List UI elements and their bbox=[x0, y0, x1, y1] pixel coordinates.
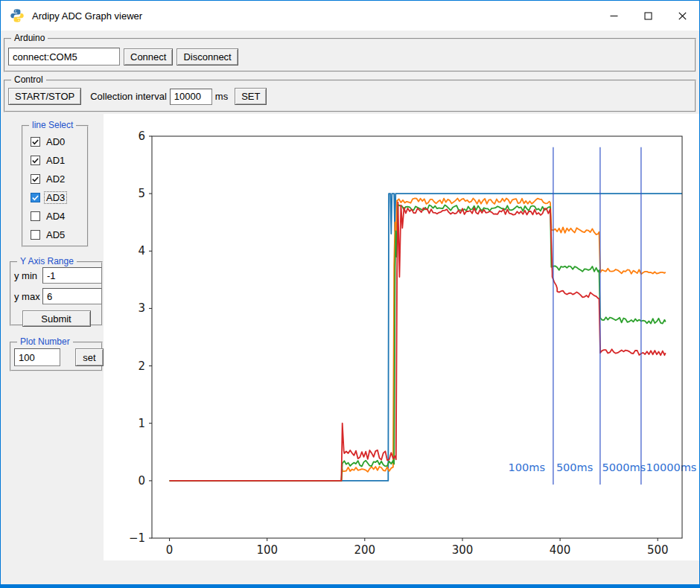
plot-number-frame-label: Plot Number bbox=[17, 336, 73, 347]
control-frame: Control START/STOP Collection interval m… bbox=[4, 80, 696, 112]
plot-number-frame: Plot Number set bbox=[10, 342, 103, 371]
close-icon bbox=[678, 12, 687, 20]
svg-text:500ms: 500ms bbox=[556, 461, 593, 473]
svg-text:500: 500 bbox=[647, 543, 669, 557]
minimize-button[interactable] bbox=[596, 1, 631, 31]
svg-text:5: 5 bbox=[138, 187, 145, 200]
svg-text:0: 0 bbox=[138, 474, 145, 488]
svg-text:10000ms: 10000ms bbox=[646, 461, 697, 473]
control-frame-label: Control bbox=[11, 74, 46, 85]
checkbox-AD3[interactable] bbox=[31, 193, 40, 202]
interval-unit-label: ms bbox=[215, 91, 228, 102]
svg-text:6: 6 bbox=[138, 130, 145, 143]
interval-set-button[interactable]: SET bbox=[235, 88, 267, 105]
checkbox-label-AD3: AD3 bbox=[45, 192, 66, 203]
adc-graph-canvas: 100ms500ms5000ms10000ms0100200300400500−… bbox=[104, 114, 699, 560]
svg-text:2: 2 bbox=[138, 359, 145, 373]
svg-text:100: 100 bbox=[256, 543, 278, 557]
connect-button[interactable]: Connect bbox=[124, 48, 173, 65]
svg-text:300: 300 bbox=[452, 543, 474, 557]
plot-number-set-button[interactable]: set bbox=[75, 348, 104, 366]
checkbox-row-AD0[interactable]: AD0 bbox=[31, 132, 87, 151]
y-axis-range-frame: Y Axis Range y min y max Submit bbox=[10, 261, 103, 326]
plot-figure: 100ms500ms5000ms10000ms0100200300400500−… bbox=[104, 114, 699, 560]
app-window: Ardipy ADC Graph viewer Arduino Connect … bbox=[0, 0, 700, 588]
svg-text:5000ms: 5000ms bbox=[602, 461, 646, 473]
line-select-frame-label: line Select bbox=[29, 120, 76, 130]
svg-text:100ms: 100ms bbox=[509, 461, 545, 473]
python-logo-icon bbox=[10, 8, 25, 23]
checkbox-AD5[interactable] bbox=[31, 230, 40, 240]
line-select-list: AD0AD1AD2AD3AD4AD5 bbox=[23, 127, 87, 244]
submit-button[interactable]: Submit bbox=[22, 310, 91, 327]
interval-input[interactable] bbox=[170, 89, 212, 105]
checkbox-AD2[interactable] bbox=[31, 174, 40, 184]
arduino-frame: Arduino Connect Disconnect bbox=[4, 38, 696, 72]
ymax-input[interactable] bbox=[42, 288, 102, 304]
plot-number-input[interactable] bbox=[14, 348, 60, 366]
close-button[interactable] bbox=[665, 1, 699, 31]
ymin-label: y min bbox=[14, 270, 40, 281]
titlebar: Ardipy ADC Graph viewer bbox=[1, 1, 699, 31]
checkbox-row-AD3[interactable]: AD3 bbox=[31, 188, 87, 207]
checkbox-AD1[interactable] bbox=[31, 156, 40, 165]
svg-text:200: 200 bbox=[354, 543, 375, 557]
checkbox-row-AD5[interactable]: AD5 bbox=[31, 226, 87, 244]
ymax-label: y max bbox=[14, 291, 40, 302]
maximize-icon bbox=[644, 12, 652, 20]
arduino-frame-label: Arduino bbox=[11, 33, 48, 43]
maximize-button[interactable] bbox=[631, 1, 665, 31]
svg-text:1: 1 bbox=[138, 417, 145, 430]
checkbox-label-AD5: AD5 bbox=[45, 229, 66, 240]
checkbox-AD0[interactable] bbox=[31, 137, 40, 147]
svg-text:4: 4 bbox=[138, 244, 145, 258]
checkbox-label-AD1: AD1 bbox=[45, 155, 66, 166]
start-stop-button[interactable]: START/STOP bbox=[8, 88, 81, 105]
interval-label: Collection interval bbox=[90, 91, 167, 102]
port-input[interactable] bbox=[8, 48, 120, 65]
checkbox-row-AD4[interactable]: AD4 bbox=[31, 207, 87, 226]
window-title: Ardipy ADC Graph viewer bbox=[32, 10, 142, 22]
svg-text:400: 400 bbox=[550, 543, 571, 557]
checkbox-label-AD2: AD2 bbox=[45, 173, 66, 185]
line-select-frame: line Select AD0AD1AD2AD3AD4AD5 bbox=[22, 125, 89, 247]
svg-text:3: 3 bbox=[138, 301, 145, 315]
disconnect-button[interactable]: Disconnect bbox=[176, 48, 238, 65]
checkbox-row-AD1[interactable]: AD1 bbox=[31, 151, 87, 170]
minimize-icon bbox=[610, 12, 618, 20]
ymin-input[interactable] bbox=[42, 267, 102, 284]
checkbox-label-AD0: AD0 bbox=[45, 136, 66, 147]
svg-text:0: 0 bbox=[166, 543, 174, 557]
svg-text:−1: −1 bbox=[129, 531, 145, 545]
checkbox-AD4[interactable] bbox=[31, 211, 40, 221]
y-axis-range-frame-label: Y Axis Range bbox=[17, 256, 77, 266]
checkbox-label-AD4: AD4 bbox=[45, 211, 66, 222]
checkbox-row-AD2[interactable]: AD2 bbox=[31, 170, 87, 188]
